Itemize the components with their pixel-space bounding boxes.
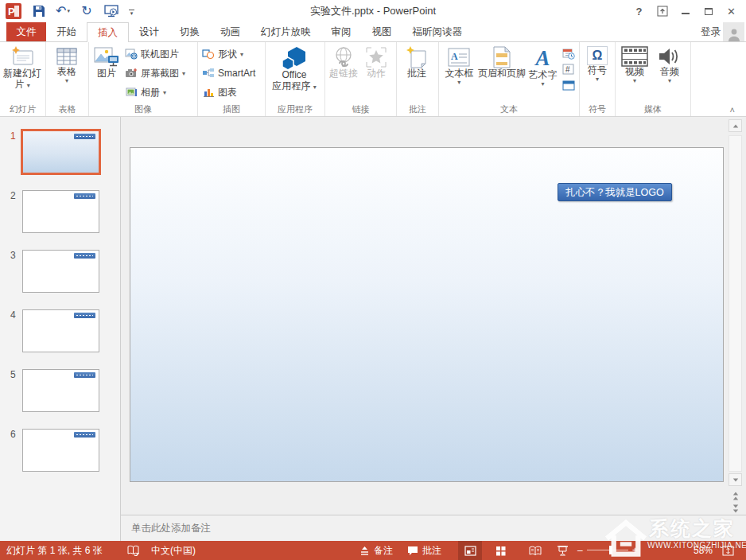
tab-view[interactable]: 视图 [362,22,402,41]
svg-text:#: # [565,65,570,74]
tab-slideshow[interactable]: 幻灯片放映 [251,22,321,41]
table-button[interactable]: 表格 ▾ [48,45,86,84]
scroll-down-button[interactable] [729,473,742,486]
screenshot-button[interactable]: 屏幕截图 ▾ [122,64,188,83]
previous-slide-button[interactable] [729,490,741,502]
logo-chip [74,193,95,199]
language-indicator[interactable]: 中文(中国) [151,541,196,560]
audio-button[interactable]: 音频 ▾ [652,45,687,84]
tab-foxit-reader[interactable]: 福昕阅读器 [402,22,473,41]
photo-album-button[interactable]: 相册 ▾ [122,83,188,102]
close-button[interactable]: ✕ [720,1,743,21]
slide-canvas[interactable]: 扎心不？我就是LOGO [130,147,724,482]
group-label-media: 媒体 [616,103,690,115]
smartart-button[interactable]: SmartArt [200,64,258,83]
group-media: 视频 ▾ 音频 ▾ 媒体 [616,42,691,116]
chart-button[interactable]: 图表 [200,83,258,102]
slide-thumbnail-6[interactable]: 6 [0,429,120,472]
object-button[interactable] [560,77,577,93]
zoom-out-button[interactable]: – [577,541,583,560]
ribbon-display-options-button[interactable] [651,1,674,21]
textbox-button[interactable]: A 文本框 ▾ [441,45,478,85]
logo-chip [74,253,95,259]
slide-number-label: 3 [10,250,16,261]
slide-thumb-image[interactable] [22,309,99,352]
zoom-percentage[interactable]: 58% [694,541,713,560]
tab-design[interactable]: 设计 [129,22,169,41]
notes-pane[interactable]: 单击此处添加备注 [121,515,746,541]
symbol-button[interactable]: Ω 符号 ▾ [581,45,613,82]
notes-placeholder[interactable]: 单击此处添加备注 [131,522,211,535]
logo-textbox[interactable]: 扎心不？我就是LOGO [558,183,672,201]
next-slide-button[interactable] [729,503,741,515]
minimize-button[interactable] [674,1,697,21]
wordart-button[interactable]: A 艺术字 ▾ [526,45,560,87]
zoom-slider-track[interactable] [587,550,628,550]
spellcheck-icon[interactable] [127,541,139,560]
logo-chip [74,372,95,378]
shapes-button[interactable]: 形状 ▾ [200,45,258,64]
avatar[interactable] [723,22,744,41]
scroll-up-button[interactable] [729,119,742,132]
reading-view-button[interactable] [523,541,547,560]
wordart-icon: A [536,46,550,70]
help-button[interactable]: ? [627,1,651,21]
group-label-images: 图像 [89,103,197,115]
slide-thumb-image[interactable] [22,369,99,412]
chart-icon [202,87,215,98]
scrollbar-track[interactable] [729,135,742,472]
slide-thumb-image[interactable] [22,190,99,233]
tab-insert[interactable]: 插入 [87,22,129,42]
date-time-button[interactable] [560,45,577,61]
group-label-symbols: 符号 [580,103,615,115]
online-pictures-button[interactable]: 联机图片 [122,45,188,64]
tab-file[interactable]: 文件 [6,22,46,41]
slide-thumbnail-5[interactable]: 5 [0,369,120,412]
shapes-icon [202,49,215,60]
slide-number-label: 6 [10,429,16,440]
maximize-button[interactable] [697,1,720,21]
photo-album-icon [125,87,138,98]
zoom-in-button[interactable]: + [632,541,638,560]
tab-review[interactable]: 审阅 [321,22,362,41]
slide-number-icon: # [562,64,574,75]
office-apps-button[interactable]: Office应用程序 ▾ [267,45,321,91]
slide-thumbnail-3[interactable]: 3 [0,250,120,293]
textbox-caret-icon: ▾ [457,80,460,85]
comment-button[interactable]: 批注 [398,45,435,80]
tab-transitions[interactable]: 切换 [169,22,210,41]
comments-toggle-button[interactable]: 批注 [407,541,441,560]
sign-in-link[interactable]: 登录 [701,22,721,42]
tab-home[interactable]: 开始 [46,22,87,41]
normal-view-button[interactable] [458,541,482,560]
new-slide-caret-icon: ▾ [27,82,30,89]
textbox-icon: A [448,46,470,68]
zoom-slider-handle[interactable] [609,546,612,554]
fit-to-window-button[interactable] [717,541,738,560]
picture-button[interactable]: 图片 [91,45,122,80]
status-bar: 幻灯片 第 1 张, 共 6 张 中文(中国) 备注 批注 – + 58% [0,541,746,560]
omega-symbol-icon: Ω [587,46,608,65]
slide-number-button[interactable]: # [560,61,577,77]
header-footer-button[interactable]: 页眉和页脚 [478,45,526,80]
ribbon-tab-bar: 文件 开始 插入 设计 切换 动画 幻灯片放映 审阅 视图 福昕阅读器 登录 [0,22,746,42]
slide-thumb-image[interactable] [21,129,101,175]
group-label-illustrations: 插图 [198,103,265,115]
notes-toggle-button[interactable]: 备注 [359,541,393,560]
slide-sorter-view-button[interactable] [488,541,512,560]
logo-chip [74,432,95,438]
slide-counter[interactable]: 幻灯片 第 1 张, 共 6 张 [6,541,103,560]
slide-thumbnail-1[interactable]: 1 [0,130,120,173]
slide-thumb-image[interactable] [22,250,99,293]
group-table: 表格 ▾ 表格 [46,42,89,116]
slideshow-view-button[interactable] [550,541,574,560]
collapse-ribbon-icon[interactable]: ˄ [730,105,735,115]
tab-animations[interactable]: 动画 [210,22,251,41]
slide-thumb-image[interactable] [22,429,99,472]
slide-editing-area[interactable]: 扎心不？我就是LOGO [121,117,746,515]
video-button[interactable]: 视频 ▾ [617,45,652,84]
screenshot-icon [125,68,138,79]
slide-thumbnail-4[interactable]: 4 [0,309,120,352]
slide-thumbnail-2[interactable]: 2 [0,190,120,233]
new-slide-button[interactable]: 新建幻灯片 ▾ [2,45,43,90]
